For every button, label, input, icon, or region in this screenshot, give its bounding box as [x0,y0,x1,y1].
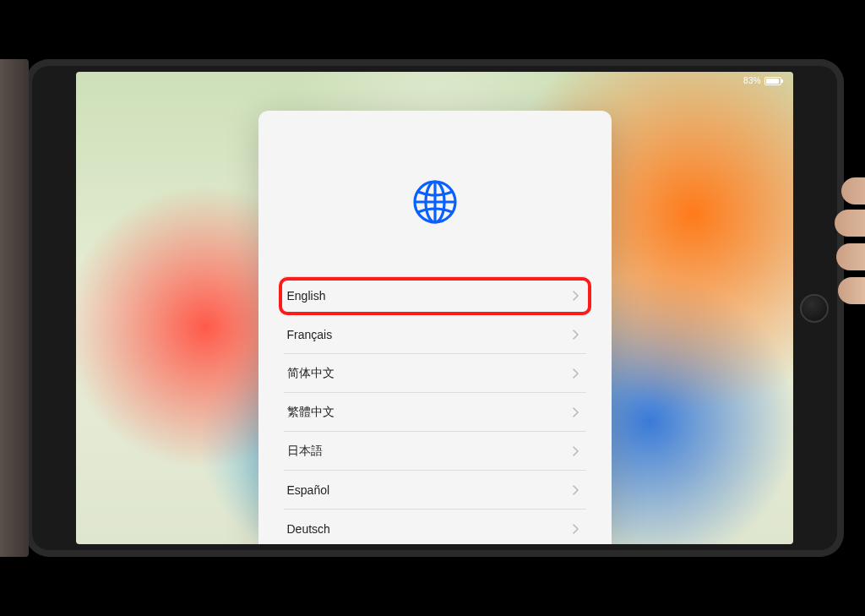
device-frame: 83% English [25,59,844,557]
battery-icon [764,77,781,85]
language-selection-card: EnglishFrançais简体中文繁體中文日本語EspañolDeutsch [258,111,612,544]
globe-icon [411,178,459,226]
language-row-english[interactable]: English [284,276,586,315]
language-row--[interactable]: 简体中文 [284,354,586,393]
language-row--[interactable]: 繁體中文 [284,393,586,432]
language-label: Français [287,328,333,341]
language-label: Deutsch [287,522,330,536]
chevron-right-icon [573,407,579,417]
letterbox-top [0,0,865,59]
letterbox-bottom [0,557,865,616]
device-cover-edge [0,59,29,557]
language-list: EnglishFrançais简体中文繁體中文日本語EspañolDeutsch [258,276,612,544]
chevron-right-icon [573,485,579,495]
language-row--[interactable]: 日本語 [284,432,586,471]
status-bar: 83% [743,76,781,85]
battery-percent-label: 83% [743,76,761,85]
hand-holding-device [823,177,865,346]
language-label: Español [287,483,330,497]
battery-fill [766,79,779,84]
chevron-right-icon [573,446,579,456]
chevron-right-icon [573,330,579,340]
device-screen: 83% English [76,72,793,544]
language-label: 日本語 [287,444,323,459]
chevron-right-icon [573,291,579,301]
chevron-right-icon [573,524,579,534]
language-label: 繁體中文 [287,405,335,420]
globe-icon-wrap [258,111,612,276]
chevron-right-icon [573,368,579,379]
language-row-fran-ais[interactable]: Français [284,315,586,354]
language-label: 简体中文 [287,366,335,381]
language-label: English [287,289,326,303]
language-row-deutsch[interactable]: Deutsch [284,510,586,544]
language-row-espa-ol[interactable]: Español [284,471,586,510]
